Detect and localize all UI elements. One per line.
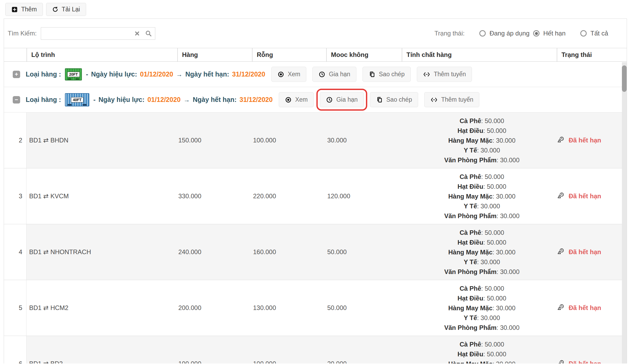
table-row[interactable]: 6 BD1 ⇄ BD2 100.000 100.000 20.000 Cà Ph… <box>4 336 627 363</box>
vertical-scrollbar-thumb[interactable] <box>622 65 627 92</box>
expired-clock-icon <box>557 192 564 200</box>
table-row[interactable]: 5 BD1 ⇄ HCM2 200.000 130.000 50.000 Cà P… <box>4 280 627 336</box>
cargo-line: Văn Phòng Phẩm: 30.000 <box>444 211 519 221</box>
arrow: → <box>176 71 182 78</box>
route-cell: BD1 ⇄ HCM2 <box>26 280 177 336</box>
radio-expired[interactable] <box>533 30 539 37</box>
reload-button-label: Tải Lại <box>62 6 80 13</box>
table-body: 2 BD1 ⇄ BHDN 150.000 100.000 30.000 Cà P… <box>4 113 627 363</box>
header-status: Trạng thái <box>557 48 627 61</box>
view-button[interactable]: Xem <box>279 92 314 107</box>
cargo-line: Hàng May Mặc: 30.000 <box>448 247 515 257</box>
cargo-line: Cà Phê: 50.000 <box>459 172 504 182</box>
row-number: 2 <box>4 113 26 168</box>
cargo-line: Văn Phòng Phẩm: 30.000 <box>444 155 519 165</box>
cargo-line: Hạt Điều: 50.000 <box>457 126 506 136</box>
table-header: Lộ trình Hàng Rỗng Mooc không Tính chất … <box>4 48 627 62</box>
container-20ft-icon: 20FT <box>65 68 82 80</box>
expired-clock-icon <box>557 248 564 256</box>
cargo-line: Hàng May Mặc: 30.000 <box>448 191 515 201</box>
table-row[interactable]: 3 BD1 ⇄ KVCM 330.000 220.000 120.000 Cà … <box>4 168 627 224</box>
add-button[interactable]: Thêm <box>5 3 43 16</box>
radio-active[interactable] <box>479 30 486 37</box>
clear-icon[interactable] <box>135 31 140 36</box>
expand-icon[interactable]: + <box>13 71 20 78</box>
copy-button-label: Sao chép <box>386 96 412 103</box>
clock-icon <box>326 96 333 103</box>
copy-button-label: Sao chép <box>379 71 405 78</box>
view-button[interactable]: Xem <box>271 67 306 82</box>
status-cell: Đã hết hạn <box>557 336 627 363</box>
table-row[interactable]: 2 BD1 ⇄ BHDN 150.000 100.000 30.000 Cà P… <box>4 113 627 168</box>
copy-icon <box>369 71 375 78</box>
extend-button-highlighted[interactable]: Gia hạn <box>320 92 364 107</box>
copy-button[interactable]: Sao chép <box>370 92 418 107</box>
empty-price-cell: 130.000 <box>252 280 326 336</box>
cargo-line: Hạt Điều: 50.000 <box>457 349 506 359</box>
empty-price-cell: 100.000 <box>252 336 326 363</box>
cargo-list: Cà Phê: 50.000Hạt Điều: 50.000Hàng May M… <box>402 280 557 336</box>
search-input[interactable] <box>41 28 131 39</box>
add-route-icon <box>423 71 430 78</box>
cargo-line: Hạt Điều: 50.000 <box>457 182 506 191</box>
container-size-label: 20FT <box>67 72 80 77</box>
vertical-scrollbar-track[interactable] <box>622 62 627 363</box>
search-label: Tìm Kiếm: <box>8 30 37 37</box>
expiry-date: 31/12/2020 <box>232 70 265 78</box>
loaded-price-cell: 330.000 <box>177 168 252 224</box>
radio-expired-label: Hết hạn <box>543 30 565 37</box>
copy-button[interactable]: Sao chép <box>362 67 411 82</box>
route-cell: BD1 ⇄ BD2 <box>26 336 177 363</box>
expired-clock-icon <box>557 304 564 312</box>
header-loaded: Hàng <box>177 48 252 61</box>
row-number: 5 <box>4 280 26 336</box>
add-route-button-label: Thêm tuyến <box>441 96 473 103</box>
header-no-trailer: Mooc không <box>326 48 402 61</box>
status-badge: Đã hết hạn <box>569 304 601 312</box>
cargo-line: Hạt Điều: 50.000 <box>457 237 506 247</box>
status-badge: Đã hết hạn <box>569 192 601 200</box>
expiry-label: Ngày hết hạn: <box>193 96 236 104</box>
loaded-price-cell: 240.000 <box>177 224 252 280</box>
group-row-40ft: − Loại hàng : 40FT - Ngày hiệu lực: 01/1… <box>4 87 627 113</box>
status-cell: Đã hết hạn <box>557 280 627 336</box>
radio-all[interactable] <box>580 30 587 37</box>
cargo-list: Cà Phê: 50.000Hạt Điều: 50.000Hàng May M… <box>402 336 557 363</box>
toolbar: Thêm Tải Lại <box>0 0 628 19</box>
add-route-button[interactable]: Thêm tuyến <box>417 67 472 82</box>
dash: - <box>93 96 95 104</box>
content-panel: Tìm Kiếm: Trạng thái: Đang áp dụng Hết h <box>4 19 627 363</box>
expired-clock-icon <box>557 360 564 364</box>
status-badge: Đã hết hạn <box>569 248 601 256</box>
group-label: Loại hàng : <box>26 70 61 78</box>
refresh-icon <box>52 6 58 12</box>
row-number: 4 <box>4 224 26 280</box>
add-route-button[interactable]: Thêm tuyến <box>424 92 479 107</box>
table-row[interactable]: 4 BD1 ⇄ NHONTRACH 240.000 160.000 50.000… <box>4 224 627 280</box>
status-cell: Đã hết hạn <box>557 224 627 280</box>
copy-icon <box>376 96 383 103</box>
effective-label: Ngày hiệu lực: <box>99 96 145 104</box>
status-badge: Đã hết hạn <box>569 360 601 363</box>
no-trailer-price-cell: 20.000 <box>326 336 402 363</box>
cargo-list: Cà Phê: 50.000Hạt Điều: 50.000Hàng May M… <box>402 168 557 224</box>
no-trailer-price-cell: 120.000 <box>326 168 402 224</box>
effective-date: 01/12/2020 <box>140 70 173 78</box>
view-button-label: Xem <box>295 96 308 103</box>
extend-button[interactable]: Gia hạn <box>312 67 356 82</box>
dash: - <box>86 70 88 78</box>
search-icon[interactable] <box>145 30 152 37</box>
container-size-label: 40FT <box>71 97 83 102</box>
group-row-20ft: + Loại hàng : 20FT - Ngày hiệu lực: 01/1… <box>4 62 627 87</box>
header-route: Lộ trình <box>26 48 177 61</box>
no-trailer-price-cell: 50.000 <box>326 280 402 336</box>
cargo-line: Cà Phê: 50.000 <box>459 116 504 126</box>
collapse-icon[interactable]: − <box>13 96 20 104</box>
status-cell: Đã hết hạn <box>557 113 627 168</box>
radio-all-label: Tất cả <box>590 30 608 37</box>
loaded-price-cell: 100.000 <box>177 336 252 363</box>
status-badge: Đã hết hạn <box>569 137 601 144</box>
reload-button[interactable]: Tải Lại <box>46 3 86 16</box>
eye-icon <box>285 96 292 103</box>
add-route-button-label: Thêm tuyến <box>434 71 466 78</box>
